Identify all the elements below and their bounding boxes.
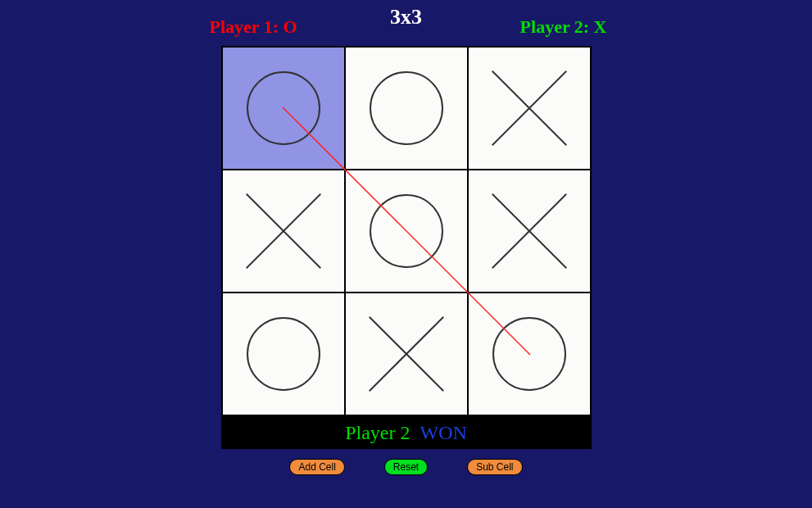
cross-icon <box>370 317 443 391</box>
cell-2[interactable] <box>468 47 591 170</box>
cell-1[interactable] <box>345 47 468 170</box>
circle-icon <box>492 317 566 391</box>
circle-icon <box>370 194 443 268</box>
status-result: WON <box>420 422 466 444</box>
add-cell-button[interactable]: Add Cell <box>289 459 344 475</box>
cell-5[interactable] <box>468 170 591 293</box>
header: Player 1: O 3x3 Player 2: X <box>218 5 595 38</box>
circle-icon <box>370 71 443 145</box>
circle-icon <box>247 71 320 145</box>
cell-0[interactable] <box>222 47 345 170</box>
cell-8[interactable] <box>468 293 591 415</box>
cell-3[interactable] <box>222 170 345 293</box>
cross-icon <box>247 194 320 268</box>
status-player: Player 2 <box>345 422 410 444</box>
player1-label: Player 1: O <box>210 16 297 38</box>
board-wrapper <box>221 46 592 416</box>
cell-4[interactable] <box>345 170 468 293</box>
cell-7[interactable] <box>345 293 468 415</box>
status-bar: Player 2 WON <box>221 416 592 449</box>
cross-icon <box>492 194 566 268</box>
button-row: Add Cell Reset Sub Cell <box>289 459 522 475</box>
sub-cell-button[interactable]: Sub Cell <box>467 459 522 475</box>
circle-icon <box>247 317 320 391</box>
cell-6[interactable] <box>222 293 345 415</box>
reset-button[interactable]: Reset <box>384 459 428 475</box>
player2-label: Player 2: X <box>520 16 607 38</box>
grid-size-title: 3x3 <box>390 5 422 29</box>
game-board <box>221 46 592 416</box>
cross-icon <box>492 71 566 145</box>
